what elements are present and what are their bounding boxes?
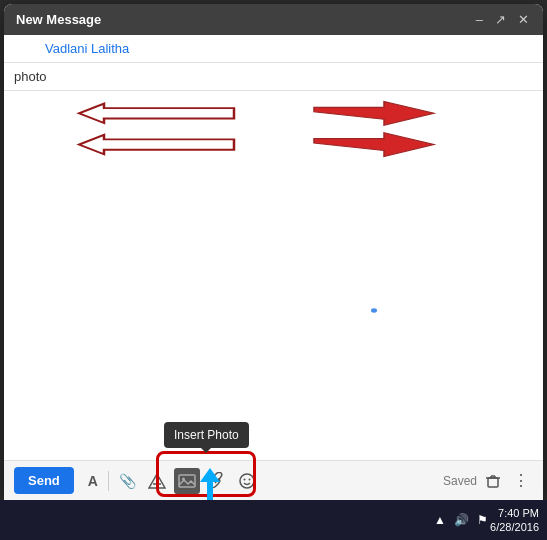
compose-header: New Message – ↗ ✕ — [4, 4, 543, 35]
svg-marker-2 — [79, 104, 234, 123]
format-text-button[interactable]: A — [84, 469, 102, 493]
svg-point-11 — [248, 478, 250, 480]
svg-rect-12 — [488, 478, 498, 487]
saved-text: Saved — [443, 474, 477, 488]
svg-marker-1 — [314, 133, 434, 157]
insert-photo-button[interactable] — [174, 468, 200, 494]
annotation-arrows — [4, 91, 543, 460]
insert-emoji-button[interactable] — [234, 468, 260, 494]
subject-field[interactable]: photo — [4, 63, 543, 91]
taskbar-date-value: 6/28/2016 — [490, 520, 539, 534]
emoji-icon — [238, 472, 256, 490]
expand-button[interactable]: ↗ — [493, 13, 508, 26]
svg-rect-7 — [179, 475, 195, 487]
delete-button[interactable] — [481, 469, 505, 493]
svg-marker-5 — [149, 474, 165, 488]
insert-photo-tooltip: Insert Photo — [164, 422, 249, 448]
svg-marker-3 — [79, 135, 234, 154]
more-icon: ⋮ — [513, 471, 529, 490]
minimize-button[interactable]: – — [474, 13, 485, 26]
close-button[interactable]: ✕ — [516, 13, 531, 26]
compose-title: New Message — [16, 12, 101, 27]
taskbar-icons: ▲ 🔊 ⚑ — [432, 512, 490, 528]
toolbar-separator-1 — [108, 471, 109, 491]
link-icon — [208, 472, 226, 490]
more-options-button[interactable]: ⋮ — [509, 467, 533, 494]
volume-icon: 🔊 — [453, 512, 469, 528]
subject-value[interactable]: photo — [14, 69, 533, 84]
network-icon: ▲ — [432, 512, 448, 528]
compose-body[interactable] — [4, 91, 543, 460]
insert-link-button[interactable] — [204, 468, 230, 494]
taskbar-time-value: 7:40 PM — [490, 506, 539, 520]
attach-icon: 📎 — [119, 473, 136, 489]
svg-point-10 — [243, 478, 245, 480]
send-button[interactable]: Send — [14, 467, 74, 494]
compose-header-actions: – ↗ ✕ — [474, 13, 531, 26]
svg-marker-0 — [314, 101, 434, 125]
trash-icon — [485, 473, 501, 489]
taskbar: ▲ 🔊 ⚑ 7:40 PM 6/28/2016 — [0, 500, 547, 540]
svg-point-4 — [371, 308, 377, 312]
toolbar-right-icons: ⋮ — [481, 467, 533, 494]
to-field[interactable]: Vadlani Lalitha — [4, 35, 543, 63]
svg-point-9 — [240, 474, 254, 488]
to-value[interactable]: Vadlani Lalitha — [45, 41, 533, 56]
taskbar-clock: 7:40 PM 6/28/2016 — [490, 506, 539, 535]
attach-file-button[interactable]: 📎 — [115, 469, 140, 493]
drive-button[interactable] — [144, 468, 170, 494]
flag-icon: ⚑ — [474, 512, 490, 528]
drive-icon — [148, 472, 166, 490]
format-text-icon: A — [88, 473, 98, 489]
compose-window: New Message – ↗ ✕ Vadlani Lalitha photo — [4, 4, 543, 500]
compose-toolbar: Send A 📎 — [4, 460, 543, 500]
photo-icon — [178, 472, 196, 490]
